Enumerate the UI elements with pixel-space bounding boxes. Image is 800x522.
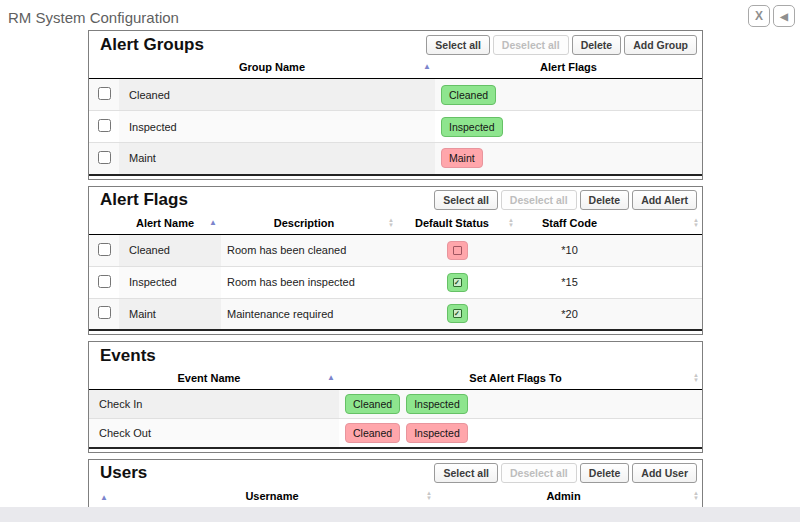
alert-flags-cell: Inspected <box>435 111 702 143</box>
column-header-description[interactable]: Description▲▼ <box>221 212 397 235</box>
users-title: Users <box>100 463 147 483</box>
alert-flags-cell: Maint <box>435 143 702 175</box>
row-checkbox[interactable] <box>98 306 111 319</box>
extra-cell <box>622 298 702 330</box>
default-status-cell <box>397 266 517 298</box>
status-badge <box>447 241 468 260</box>
sort-asc-icon: ▲ <box>100 493 108 502</box>
table-row: Inspected Room has been inspected *15 <box>89 266 702 298</box>
column-header-username[interactable]: Username▲▼ <box>119 485 435 508</box>
flag-badge: Cleaned <box>441 85 496 105</box>
checkbox-glyph-icon <box>453 246 462 255</box>
row-checkbox[interactable] <box>98 119 111 132</box>
sort-icon: ▲▼ <box>693 373 699 383</box>
column-header-select[interactable] <box>89 212 119 235</box>
checkbox-glyph-icon <box>453 309 462 318</box>
sort-icon: ▲▼ <box>388 218 394 228</box>
table-row: Cleaned Room has been cleaned *10 <box>89 234 702 266</box>
alert-groups-title: Alert Groups <box>100 35 204 55</box>
deselect-all-button: Deselect all <box>501 463 577 483</box>
column-header-staff-code[interactable]: Staff Code <box>517 212 622 235</box>
events-section: Events Event Name▲ Set Alert Flags To▲▼ … <box>88 341 703 453</box>
select-all-button[interactable]: Select all <box>434 463 498 483</box>
column-header-set-alert-flags-to[interactable]: Set Alert Flags To▲▼ <box>339 367 702 390</box>
event-name-cell: Check In <box>89 390 339 419</box>
add-group-button[interactable]: Add Group <box>624 35 697 55</box>
close-button[interactable]: X <box>748 5 770 27</box>
group-name-cell: Cleaned <box>119 79 435 111</box>
table-row: Check In Cleaned Inspected <box>89 390 702 419</box>
checkbox-glyph-icon <box>453 278 462 287</box>
row-checkbox[interactable] <box>98 275 111 288</box>
column-header-event-name[interactable]: Event Name▲ <box>89 367 339 390</box>
delete-button[interactable]: Delete <box>580 190 630 210</box>
deselect-all-button: Deselect all <box>501 190 577 210</box>
table-row: Cleaned Cleaned <box>89 79 702 111</box>
table-row: Maint Maintenance required *20 <box>89 298 702 330</box>
events-title: Events <box>100 346 156 366</box>
column-header-group-name[interactable]: Group Name▲ <box>119 56 435 79</box>
column-header-default-status[interactable]: Default Status▲▼ <box>397 212 517 235</box>
delete-button[interactable]: Delete <box>572 35 622 55</box>
row-checkbox[interactable] <box>98 243 111 256</box>
flag-badge: Cleaned <box>345 394 400 414</box>
alert-name-cell: Inspected <box>119 266 221 298</box>
status-badge <box>447 273 468 292</box>
back-button[interactable]: ◀ <box>773 5 795 27</box>
status-badge <box>447 304 468 323</box>
description-cell: Room has been cleaned <box>221 234 397 266</box>
delete-button[interactable]: Delete <box>580 463 630 483</box>
select-all-button[interactable]: Select all <box>426 35 490 55</box>
alert-flags-title: Alert Flags <box>100 190 188 210</box>
flag-badge: Inspected <box>441 117 503 137</box>
column-header-alert-flags[interactable]: Alert Flags <box>435 56 702 79</box>
flag-badge: Maint <box>441 148 483 168</box>
select-all-button[interactable]: Select all <box>434 190 498 210</box>
table-row: Maint Maint <box>89 143 702 175</box>
default-status-cell <box>397 234 517 266</box>
default-status-cell <box>397 298 517 330</box>
column-header-select[interactable] <box>89 56 119 79</box>
description-cell: Room has been inspected <box>221 266 397 298</box>
alert-name-cell: Maint <box>119 298 221 330</box>
content: Alert Groups Select all Deselect all Del… <box>88 30 703 522</box>
set-alert-flags-cell: Cleaned Inspected <box>339 419 702 448</box>
flag-badge: Cleaned <box>345 423 400 443</box>
column-header-admin[interactable]: Admin▲▼ <box>435 485 702 508</box>
row-checkbox[interactable] <box>98 87 111 100</box>
column-header-select[interactable]: ▲ <box>89 485 119 508</box>
alert-flags-table: Alert Name▲ Description▲▼ Default Status… <box>89 212 702 332</box>
set-alert-flags-cell: Cleaned Inspected <box>339 390 702 419</box>
table-row: Inspected Inspected <box>89 111 702 143</box>
events-table: Event Name▲ Set Alert Flags To▲▼ Check I… <box>89 367 702 449</box>
alert-groups-table: Group Name▲ Alert Flags Cleaned Cleaned … <box>89 56 702 176</box>
sort-asc-icon: ▲ <box>209 219 217 227</box>
flag-badge: Inspected <box>406 423 468 443</box>
alert-flags-section: Alert Flags Select all Deselect all Dele… <box>88 186 703 336</box>
add-alert-button[interactable]: Add Alert <box>632 190 697 210</box>
alert-name-cell: Cleaned <box>119 234 221 266</box>
event-name-cell: Check Out <box>89 419 339 448</box>
sort-asc-icon: ▲ <box>327 374 335 382</box>
column-header-extra[interactable]: ▲▼ <box>622 212 702 235</box>
row-checkbox[interactable] <box>98 151 111 164</box>
sort-icon: ▲▼ <box>693 491 699 501</box>
table-row: Check Out Cleaned Inspected <box>89 419 702 448</box>
column-header-alert-name[interactable]: Alert Name▲ <box>119 212 221 235</box>
alert-flags-cell: Cleaned <box>435 79 702 111</box>
sort-icon: ▲▼ <box>426 491 432 501</box>
staff-code-cell: *15 <box>517 266 622 298</box>
extra-cell <box>622 266 702 298</box>
sort-icon: ▲▼ <box>508 218 514 228</box>
add-user-button[interactable]: Add User <box>632 463 697 483</box>
deselect-all-button: Deselect all <box>493 35 569 55</box>
flag-badge: Inspected <box>406 394 468 414</box>
window-controls: X ◀ <box>748 5 795 27</box>
group-name-cell: Inspected <box>119 111 435 143</box>
page-title: RM System Configuration <box>8 9 179 26</box>
extra-cell <box>622 234 702 266</box>
bottom-strip <box>0 507 800 522</box>
sort-asc-icon: ▲ <box>423 63 431 71</box>
description-cell: Maintenance required <box>221 298 397 330</box>
alert-groups-section: Alert Groups Select all Deselect all Del… <box>88 30 703 180</box>
